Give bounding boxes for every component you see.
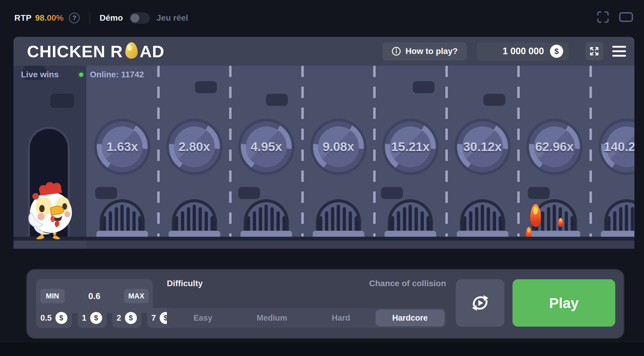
ground-line: [13, 237, 634, 241]
drain-grate-base: [601, 231, 634, 237]
lane-divider: [589, 66, 592, 237]
multiplier-value: 62.96x: [529, 121, 580, 172]
drain-grate-icon: [388, 199, 433, 231]
expand-arrows-icon: [589, 46, 600, 57]
drain-grate-base: [241, 231, 292, 237]
difficulty-medium[interactable]: Medium: [238, 310, 307, 326]
drain-grate-base: [313, 231, 364, 237]
menu-icon[interactable]: [612, 46, 626, 57]
logo-text-right: AD: [140, 42, 164, 61]
difficulty-label: Difficulty: [167, 279, 203, 288]
game-window: CHICKEN R AD How to play? 1 000 000 $: [13, 37, 634, 249]
multiplier-badge: 9.08x: [313, 121, 364, 172]
multiplier-badge: 1.63x: [97, 121, 148, 172]
road-patch: [266, 94, 288, 106]
road-patch: [381, 187, 403, 199]
logo-text-left: CHICKEN R: [27, 42, 123, 61]
coin-icon: $: [55, 312, 67, 324]
difficulty-easy[interactable]: Easy: [168, 310, 238, 326]
multiplier-value: 30.12x: [457, 121, 508, 172]
divider: [89, 12, 90, 24]
multiplier-value: 9.08x: [313, 121, 364, 172]
footer-strip: [0, 342, 644, 356]
coin-icon: $: [125, 312, 137, 324]
road-patch: [95, 187, 117, 199]
multiplier-badge: 4.95x: [241, 121, 292, 172]
max-bet-button[interactable]: MAX: [124, 289, 149, 303]
demo-real-toggle[interactable]: [129, 13, 150, 24]
coin-icon: $: [550, 45, 563, 58]
top-bar: RTP 98.00% ? Démo Jeu réel: [14, 11, 188, 25]
difficulty-hard[interactable]: Hard: [306, 310, 376, 326]
theater-mode-icon[interactable]: [619, 12, 633, 22]
game-logo: CHICKEN R AD: [27, 42, 164, 61]
rtp-help-icon[interactable]: ?: [69, 13, 80, 23]
difficulty-selector: Easy Medium Hard Hardcore: [167, 308, 446, 328]
multiplier-value: 140.24x: [601, 121, 634, 172]
drain-grate-base: [457, 231, 508, 237]
multiplier-badge: 30.12x: [457, 121, 508, 172]
road-edge-sidewalk: [13, 241, 86, 249]
road-patch: [483, 94, 505, 106]
drain-grate-base: [385, 231, 436, 237]
rtp-value: 98.00%: [35, 13, 64, 23]
road-patch: [528, 187, 550, 199]
golden-egg-icon: [124, 42, 139, 60]
info-icon: [391, 46, 401, 56]
lane-divider: [517, 66, 520, 237]
chip-0.5-button[interactable]: 0.5 $: [36, 308, 72, 328]
road-patch: [50, 94, 74, 108]
window-controls: [597, 11, 633, 23]
drain-grate-icon: [316, 199, 361, 231]
chip-2-button[interactable]: 2 $: [112, 308, 141, 328]
rtp-label: RTP: [14, 13, 32, 23]
how-to-play-label: How to play?: [406, 46, 458, 56]
multiplier-value: 1.63x: [97, 121, 148, 172]
multiplier-value: 4.95x: [241, 121, 292, 172]
game-board: 1.63x2.80x4.95x9.08x15.21x30.12x62.96x14…: [13, 66, 634, 249]
fullscreen-icon[interactable]: [597, 11, 609, 23]
how-to-play-button[interactable]: How to play?: [383, 42, 467, 60]
autoplay-icon: [469, 293, 491, 313]
road-edge: [13, 241, 634, 249]
difficulty-hardcore[interactable]: Hardcore: [376, 310, 445, 326]
live-wins-label: Live wins: [21, 70, 59, 79]
real-money-label: Jeu réel: [156, 13, 188, 23]
multiplier-value: 2.80x: [169, 121, 220, 172]
chip-1-button[interactable]: 1 $: [78, 308, 107, 328]
drain-grate-icon: [604, 199, 634, 231]
coin-icon: $: [90, 312, 102, 324]
drain-grate-icon: [244, 199, 289, 231]
autoplay-button[interactable]: [456, 279, 504, 327]
play-button[interactable]: Play: [513, 279, 615, 327]
drain-grate-icon: [100, 199, 145, 231]
multiplier-value: 15.21x: [385, 121, 436, 172]
demo-label: Démo: [99, 13, 123, 23]
control-panel: MIN 0.6 MAX 0.5 $ 1 $ 2 $ 7 $ Difficulty…: [27, 270, 624, 338]
drain-grate-icon: [460, 199, 505, 231]
drain-grate-base: [96, 231, 148, 237]
drain-grate-icon: [172, 199, 217, 231]
expand-game-button[interactable]: [585, 42, 603, 60]
live-wins-bar: Live wins Online: 11742: [21, 70, 144, 79]
online-dot-icon: [79, 73, 83, 77]
multiplier-badge: 140.24x: [601, 121, 634, 172]
drain-grate-base: [529, 231, 580, 237]
game-header: CHICKEN R AD How to play? 1 000 000 $: [13, 37, 634, 66]
lane-divider: [445, 66, 448, 237]
lane-divider: [373, 66, 376, 237]
chicken-character: [22, 179, 81, 241]
quick-bet-chips: 0.5 $ 1 $ 2 $ 7 $: [36, 308, 176, 328]
multiplier-badge: 15.21x: [385, 121, 436, 172]
lane-divider: [301, 66, 304, 237]
multiplier-badge: 2.80x: [169, 121, 220, 172]
online-count: Online: 11742: [90, 70, 144, 79]
toggle-knob: [131, 14, 139, 22]
road-patch: [238, 187, 260, 199]
lane-divider: [157, 66, 160, 237]
road-patch: [195, 81, 217, 93]
drain-grate-base: [169, 231, 220, 237]
road-patch: [413, 81, 435, 93]
lane-divider: [229, 66, 232, 237]
multiplier-badge: 62.96x: [529, 121, 580, 172]
